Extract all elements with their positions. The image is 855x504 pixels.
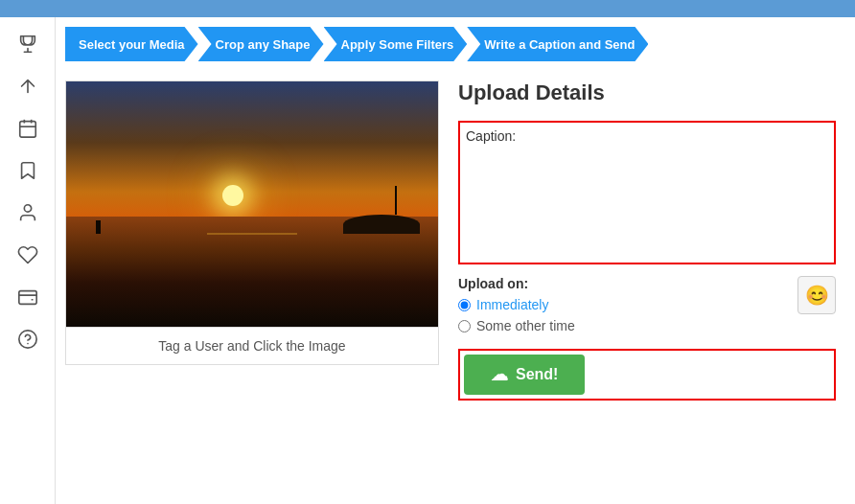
radio-immediately[interactable]: Immediately: [458, 297, 575, 312]
boat-silhouette: [343, 215, 420, 234]
svg-point-6: [18, 331, 35, 348]
trophy-icon: [17, 34, 38, 55]
send-icon: ☁: [491, 364, 508, 385]
caption-label: Caption:: [466, 128, 828, 144]
radio-other-time-input[interactable]: [458, 320, 471, 332]
sidebar-item-bookmark[interactable]: [9, 151, 47, 190]
figure-silhouette: [96, 220, 101, 234]
mast: [395, 186, 397, 215]
heart-icon: [17, 244, 38, 265]
upload-icon: [17, 76, 38, 97]
left-panel: Tag a User and Click the Image: [65, 80, 439, 494]
sidebar: [0, 17, 56, 504]
radio-other-time[interactable]: Some other time: [458, 318, 575, 333]
step-write-caption-label[interactable]: Write a Caption and Send: [467, 27, 648, 61]
send-button-label: Send!: [516, 366, 558, 383]
step-crop-shape-label[interactable]: Crop any Shape: [198, 27, 324, 61]
upload-title: Upload Details: [458, 80, 836, 105]
step-select-media-label[interactable]: Select your Media: [65, 27, 198, 61]
browser-bar: [0, 0, 855, 17]
caption-box: Caption:: [458, 121, 836, 264]
step-select-media[interactable]: Select your Media: [65, 27, 198, 61]
help-icon: [17, 329, 38, 350]
sun: [222, 185, 243, 206]
radio-immediately-input[interactable]: [458, 299, 471, 311]
tag-area: Tag a User and Click the Image: [65, 328, 439, 365]
user-icon: [17, 202, 38, 223]
calendar-icon: [17, 118, 38, 139]
content-area: Select your Media Crop any Shape Apply S…: [56, 17, 855, 504]
radio-immediately-label: Immediately: [476, 297, 548, 312]
tag-prompt: Tag a User and Click the Image: [158, 338, 345, 354]
upload-on-section: Upload on: Immediately Some other time: [458, 276, 575, 333]
send-button[interactable]: ☁ Send!: [464, 355, 585, 395]
sidebar-item-upload[interactable]: [9, 67, 47, 105]
svg-rect-5: [18, 291, 35, 305]
steps-bar: Select your Media Crop any Shape Apply S…: [56, 17, 855, 71]
body-area: Tag a User and Click the Image Upload De…: [56, 71, 855, 504]
sidebar-item-heart[interactable]: [9, 236, 47, 274]
reflection-line: [207, 233, 296, 235]
step-apply-filters[interactable]: Apply Some Filters: [324, 27, 468, 61]
upload-on-label: Upload on:: [458, 276, 575, 291]
step-write-caption[interactable]: Write a Caption and Send: [467, 27, 648, 61]
step-apply-filters-label[interactable]: Apply Some Filters: [324, 27, 468, 61]
sidebar-item-wallet[interactable]: [9, 278, 47, 316]
upload-on-row: Upload on: Immediately Some other time 😊: [458, 276, 836, 333]
image-container[interactable]: [65, 80, 439, 328]
sidebar-item-user[interactable]: [9, 194, 47, 232]
sidebar-item-trophy[interactable]: [9, 25, 47, 63]
svg-rect-0: [19, 122, 35, 138]
svg-point-4: [24, 205, 31, 212]
sidebar-item-calendar[interactable]: [9, 109, 47, 148]
send-button-wrapper: ☁ Send!: [458, 349, 836, 401]
wallet-icon: [17, 286, 38, 308]
bookmark-icon: [17, 160, 38, 181]
radio-other-time-label: Some other time: [476, 318, 575, 333]
step-crop-shape[interactable]: Crop any Shape: [198, 27, 324, 61]
right-panel: Upload Details Caption: Upload on: Immed…: [458, 80, 836, 494]
emoji-button[interactable]: 😊: [797, 276, 836, 314]
sidebar-item-help[interactable]: [9, 320, 47, 358]
sunset-image[interactable]: [66, 81, 438, 327]
caption-textarea[interactable]: [466, 148, 828, 253]
